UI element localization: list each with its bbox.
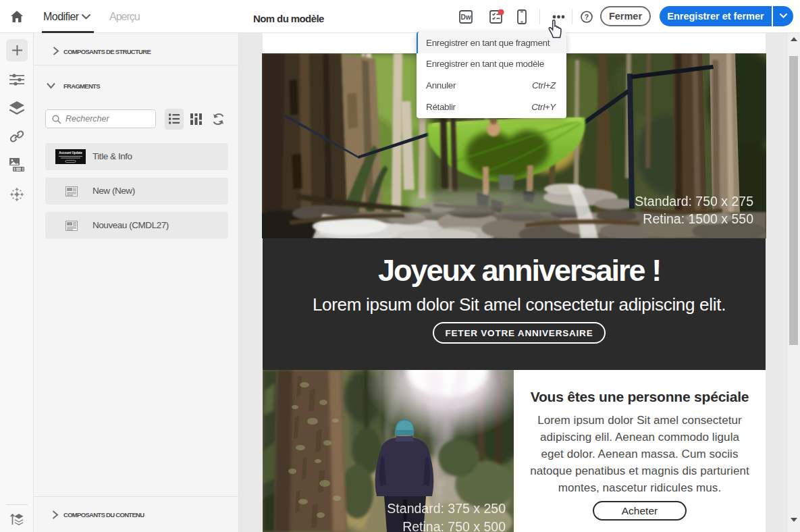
svg-text:?: ? [585, 13, 589, 21]
svg-text:Retina: 1500 x 550: Retina: 1500 x 550 [643, 211, 753, 226]
svg-text:Retina: 750 x 500: Retina: 750 x 500 [402, 519, 506, 532]
svg-text:Standard: 750 x 275: Standard: 750 x 275 [635, 194, 753, 209]
svg-text:Dw: Dw [461, 14, 471, 21]
svg-text:Account Update: Account Update [59, 151, 82, 155]
svg-text:Standard: 375 x 250: Standard: 375 x 250 [387, 501, 506, 516]
